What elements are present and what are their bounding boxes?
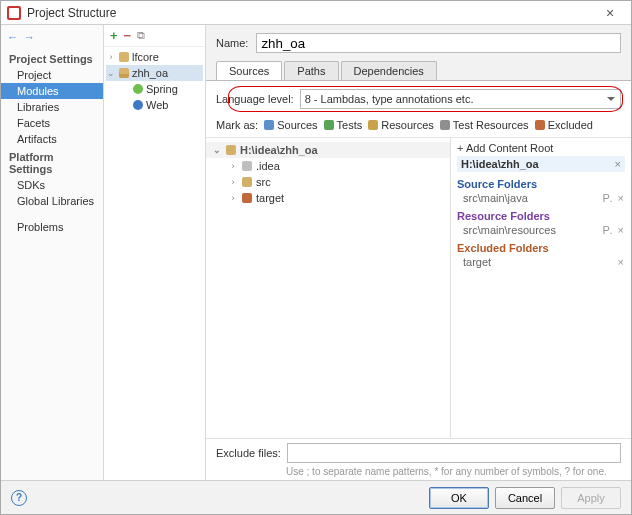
expand-icon[interactable]: › — [228, 193, 238, 203]
cancel-button[interactable]: Cancel — [495, 487, 555, 509]
tab-body: Language level: 8 - Lambdas, type annota… — [206, 80, 631, 480]
sidebar-section-project: Project Settings — [1, 49, 103, 67]
sidebar-section-platform: Platform Settings — [1, 147, 103, 177]
spring-icon — [133, 84, 143, 94]
modules-column: + − ⧉ › lfcore ⌄ zhh_oa Spring — [104, 25, 206, 480]
sidebar-item-artifacts[interactable]: Artifacts — [1, 131, 103, 147]
sidebar-item-libraries[interactable]: Libraries — [1, 99, 103, 115]
exclude-input[interactable] — [287, 443, 621, 463]
expand-icon[interactable]: › — [228, 161, 238, 171]
help-icon[interactable]: ? — [11, 490, 27, 506]
modules-tree: › lfcore ⌄ zhh_oa Spring Web — [104, 47, 205, 480]
exclude-hint: Use ; to separate name patterns, * for a… — [216, 465, 621, 478]
copy-module-icon[interactable]: ⧉ — [137, 29, 145, 42]
root-path: H:\idea\zhh_oa — [240, 144, 318, 156]
remove-root-icon[interactable]: × — [615, 158, 621, 170]
mark-excluded[interactable]: Excluded — [535, 119, 593, 131]
module-label: zhh_oa — [132, 67, 168, 79]
collapse-icon[interactable]: ⌄ — [106, 68, 116, 78]
mark-resources[interactable]: Resources — [368, 119, 434, 131]
mark-test-resources[interactable]: Test Resources — [440, 119, 529, 131]
module-name-input[interactable] — [256, 33, 621, 53]
add-content-root[interactable]: Add Content Root — [457, 142, 625, 154]
source-folder-item[interactable]: src\main\javaP. × — [457, 192, 625, 204]
facet-web[interactable]: Web — [106, 97, 203, 113]
sources-split: ⌄ H:\idea\zhh_oa › .idea › src — [206, 138, 631, 438]
item-actions[interactable]: × — [618, 256, 625, 268]
folder-icon — [226, 145, 236, 155]
web-icon — [133, 100, 143, 110]
content-root-path[interactable]: H:\idea\zhh_oa × — [457, 156, 625, 172]
main-panel: Name: Sources Paths Dependencies Languag… — [206, 25, 631, 480]
name-row: Name: — [206, 25, 631, 61]
resource-folder-item[interactable]: src\main\resourcesP. × — [457, 224, 625, 236]
facet-label: Web — [146, 99, 168, 111]
sidebar-item-facets[interactable]: Facets — [1, 115, 103, 131]
ok-button[interactable]: OK — [429, 487, 489, 509]
tests-icon — [324, 120, 334, 130]
project-structure-dialog: Project Structure × ← → Project Settings… — [0, 0, 632, 515]
source-root[interactable]: ⌄ H:\idea\zhh_oa — [206, 142, 450, 158]
sidebar-item-project[interactable]: Project — [1, 67, 103, 83]
module-label: lfcore — [132, 51, 159, 63]
source-folders-head: Source Folders — [457, 178, 625, 190]
excluded-icon — [535, 120, 545, 130]
nav-back-icon[interactable]: ← — [7, 31, 18, 43]
expand-icon[interactable]: › — [228, 177, 238, 187]
folder-open-icon — [119, 68, 129, 78]
folder-src[interactable]: › src — [206, 174, 450, 190]
window-title: Project Structure — [27, 6, 595, 20]
close-icon[interactable]: × — [595, 5, 625, 21]
excluded-folder-item[interactable]: target× — [457, 256, 625, 268]
apply-button[interactable]: Apply — [561, 487, 621, 509]
sidebar: ← → Project Settings Project Modules Lib… — [1, 25, 104, 480]
folder-icon — [242, 177, 252, 187]
titlebar: Project Structure × — [1, 1, 631, 25]
mark-as-label: Mark as: — [216, 119, 258, 131]
collapse-icon[interactable]: ⌄ — [212, 145, 222, 155]
footer: ? OK Cancel Apply — [1, 480, 631, 514]
folder-icon — [242, 161, 252, 171]
exclude-label: Exclude files: — [216, 447, 281, 459]
mark-tests[interactable]: Tests — [324, 119, 363, 131]
item-actions[interactable]: P. × — [603, 192, 625, 204]
item-actions[interactable]: P. × — [603, 224, 625, 236]
expand-icon[interactable]: › — [106, 52, 116, 62]
sidebar-item-sdks[interactable]: SDKs — [1, 177, 103, 193]
remove-module-icon[interactable]: − — [124, 28, 132, 43]
language-row: Language level: 8 - Lambdas, type annota… — [206, 81, 631, 113]
sources-icon — [264, 120, 274, 130]
folder-icon — [119, 52, 129, 62]
resource-folders-head: Resource Folders — [457, 210, 625, 222]
folder-target[interactable]: › target — [206, 190, 450, 206]
sidebar-item-problems[interactable]: Problems — [1, 219, 103, 235]
mark-sources[interactable]: Sources — [264, 119, 317, 131]
language-level-select[interactable]: 8 - Lambdas, type annotations etc. — [300, 89, 621, 109]
content-roots-pane: Add Content Root H:\idea\zhh_oa × Source… — [451, 138, 631, 438]
resources-icon — [368, 120, 378, 130]
folder-idea[interactable]: › .idea — [206, 158, 450, 174]
app-icon — [7, 6, 21, 20]
dialog-body: ← → Project Settings Project Modules Lib… — [1, 25, 631, 480]
nav-arrows: ← → — [1, 29, 103, 49]
module-zhh-oa[interactable]: ⌄ zhh_oa — [106, 65, 203, 81]
modules-toolbar: + − ⧉ — [104, 25, 205, 47]
tab-sources[interactable]: Sources — [216, 61, 282, 80]
source-tree: ⌄ H:\idea\zhh_oa › .idea › src — [206, 138, 451, 438]
exclude-files: Exclude files: Use ; to separate name pa… — [206, 438, 631, 480]
add-module-icon[interactable]: + — [110, 28, 118, 43]
facet-spring[interactable]: Spring — [106, 81, 203, 97]
excluded-folders-head: Excluded Folders — [457, 242, 625, 254]
tab-paths[interactable]: Paths — [284, 61, 338, 80]
folder-icon — [242, 193, 252, 203]
module-lfcore[interactable]: › lfcore — [106, 49, 203, 65]
tabs: Sources Paths Dependencies — [206, 61, 631, 80]
language-label: Language level: — [216, 93, 294, 105]
svg-rect-1 — [9, 8, 19, 18]
sidebar-item-global-libraries[interactable]: Global Libraries — [1, 193, 103, 209]
sidebar-item-modules[interactable]: Modules — [1, 83, 103, 99]
tab-dependencies[interactable]: Dependencies — [341, 61, 437, 80]
nav-fwd-icon[interactable]: → — [24, 31, 35, 43]
facet-label: Spring — [146, 83, 178, 95]
test-resources-icon — [440, 120, 450, 130]
